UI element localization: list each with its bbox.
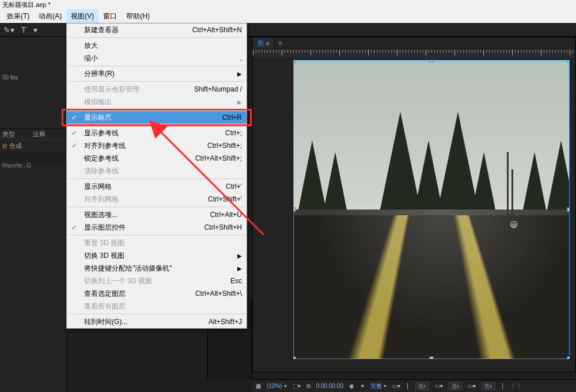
menu-item-label: 显示图层控件	[84, 223, 204, 233]
menu-item-效果(T)[interactable]: 效果(T)	[2, 9, 34, 23]
resolution-icon[interactable]: ⬚▾	[293, 383, 301, 389]
menu-item-shortcut: Ctrl+Alt+Shift+;	[195, 154, 242, 162]
menu-item-label: 重置 3D 视图	[84, 238, 242, 248]
menu-item[interactable]: 切换 3D 视图▶	[67, 249, 247, 262]
importe-entry[interactable]: Importe...G	[0, 161, 66, 170]
menu-item: 模拟输出▶	[67, 96, 247, 108]
menu-item[interactable]: 转到时间(G)...Alt+Shift+J	[67, 315, 247, 328]
view-count-icon[interactable]: ▭▾	[435, 383, 443, 389]
project-list-row[interactable]: 合成	[0, 140, 66, 151]
menu-item-label: 显示网格	[84, 182, 226, 192]
menu-separator	[68, 66, 245, 66]
menu-item-shortcut: Ctrl+Alt+U	[210, 211, 242, 219]
anchor-point-icon[interactable]: ⊕	[510, 221, 517, 228]
layer-handle[interactable]	[293, 60, 296, 63]
project-panel: 00 fps 类型 注释 合成	[0, 37, 66, 151]
panel-options-icon[interactable]: ≡	[278, 39, 282, 47]
check-icon: ✓	[71, 113, 77, 121]
menu-item-label: 分辨率(R)	[84, 69, 234, 79]
menu-separator	[68, 125, 245, 125]
menu-item-label: 转到时间(G)...	[84, 317, 209, 327]
menu-item-label: 模拟输出	[84, 97, 234, 107]
menu-item: 对齐到网格Ctrl+Shift+'	[67, 193, 247, 205]
col-note: 注释	[33, 130, 63, 139]
view-layout-icon[interactable]: ▭▾	[392, 383, 400, 389]
menu-item-shortcut: Ctrl+;	[225, 129, 242, 137]
snapshot-icon[interactable]: ◉	[349, 383, 354, 389]
layer-handle[interactable]	[293, 208, 296, 212]
menu-item[interactable]: 显示网格Ctrl+'	[67, 180, 247, 193]
viewport[interactable]: ⊕	[253, 60, 575, 372]
divider: │	[501, 383, 505, 389]
menu-item[interactable]: 锁定参考线Ctrl+Alt+Shift+;	[67, 152, 247, 165]
menu-item[interactable]: ✓显示标尺Ctrl+R	[67, 111, 247, 124]
menu-item-label: 新建查看器	[84, 25, 192, 35]
menu-item[interactable]: 将快捷键分配给"活动摄像机"▶	[67, 262, 247, 275]
menu-item-窗口[interactable]: 窗口	[98, 9, 122, 23]
menu-separator	[68, 109, 245, 110]
layer-handle[interactable]	[430, 60, 434, 63]
layer-handle[interactable]	[293, 357, 296, 360]
current-time[interactable]: 0:00:00:00	[316, 383, 343, 389]
menu-item-动画(A)[interactable]: 动画(A)	[34, 9, 66, 23]
text-tool-icon[interactable]: T	[21, 25, 26, 35]
menu-item-shortcut: Alt+Shift+J	[209, 318, 242, 326]
menu-item[interactable]: 新建查看器Ctrl+Alt+Shift+N	[67, 24, 247, 36]
layer-handle[interactable]	[430, 357, 434, 360]
timeline-icon[interactable]: ⋮⋮	[510, 383, 522, 389]
menu-item-label: 显示标尺	[84, 113, 222, 123]
menu-item-label: 将快捷键分配给"活动摄像机"	[84, 264, 234, 273]
camera1-button[interactable]: 活z	[415, 382, 429, 390]
menu-item: 重置 3D 视图	[67, 237, 247, 249]
menu-item[interactable]: 分辨率(R)▶	[67, 67, 247, 80]
view-count-icon[interactable]: ▭▾	[468, 383, 476, 389]
project-info: 00 fps	[0, 37, 66, 129]
layer-handle[interactable]	[567, 60, 570, 63]
channels-icon[interactable]: ✦	[360, 383, 365, 389]
menu-item-label: 查看所有图层	[84, 302, 242, 311]
ruler-horizontal	[253, 50, 575, 60]
frame-mode-icon[interactable]: ⧉	[306, 383, 310, 390]
divider: │	[406, 383, 410, 389]
menu-item: 切换到上一个 3D 视图Esc	[67, 275, 247, 287]
menu-item-shortcut: ,	[240, 54, 242, 62]
menu-item[interactable]: 视图选项...Ctrl+Alt+U	[67, 208, 247, 221]
menu-item[interactable]: 缩小,	[67, 52, 247, 64]
menu-item-label: 放大	[84, 41, 242, 51]
layer-handle[interactable]	[567, 208, 570, 212]
composition-tab[interactable]: 图 ≡	[253, 37, 275, 49]
composition-content[interactable]: ⊕	[293, 60, 570, 359]
menu-item[interactable]: ✓显示参考线Ctrl+;	[67, 127, 247, 139]
menu-separator	[68, 178, 245, 179]
menu-item-shortcut: Esc	[230, 277, 242, 285]
menu-item[interactable]: 查看选定图层Ctrl+Alt+Shift+\	[67, 287, 247, 300]
title-bar: 无标题项目.aep *	[0, 0, 576, 9]
submenu-arrow-icon: ▶	[237, 99, 242, 105]
grid-icon[interactable]: ▦	[256, 383, 261, 389]
camera2-button[interactable]: 活z	[449, 382, 463, 390]
menu-item[interactable]: ✓对齐到参考线Ctrl+Shift+;	[67, 139, 247, 152]
check-icon: ✓	[71, 129, 77, 137]
check-icon: ✓	[71, 142, 77, 150]
menu-item-帮助(H)[interactable]: 帮助(H)	[122, 9, 154, 23]
menu-item-shortcut: Ctrl+Alt+Shift+N	[192, 26, 242, 34]
menu-item-视图(V)[interactable]: 视图(V)	[66, 9, 98, 23]
title-text: 无标题项目.aep *	[2, 1, 51, 8]
menu-item: 使用显示色彩管理Shift+Numpad /	[67, 83, 247, 96]
menu-item-shortcut: Ctrl+'	[226, 182, 242, 191]
menu-item[interactable]: 放大	[67, 39, 247, 52]
menu-item-label: 查看选定图层	[84, 289, 195, 299]
pen-tool-icon[interactable]: ✎▾	[3, 25, 14, 35]
quality-dropdown[interactable]: 完整 ▾	[370, 382, 386, 390]
zoom-dropdown[interactable]: (10%) ▾	[267, 383, 287, 389]
menu-item-shortcut: Ctrl+Shift+;	[207, 142, 242, 150]
tab-menu-icon[interactable]: ≡	[266, 40, 270, 47]
layer-handle[interactable]	[567, 357, 570, 360]
col-type: 类型	[2, 130, 33, 139]
tool-dropdown-icon[interactable]: ▾	[33, 25, 37, 35]
menu-item-label: 锁定参考线	[84, 154, 195, 163]
menu-item-shortcut: Ctrl+Shift+'	[208, 195, 242, 203]
menu-item[interactable]: ✓显示图层控件Ctrl+Shift+H	[67, 221, 247, 234]
menu-item-label: 视图选项...	[84, 210, 210, 220]
camera3-button[interactable]: 活z	[482, 382, 495, 390]
